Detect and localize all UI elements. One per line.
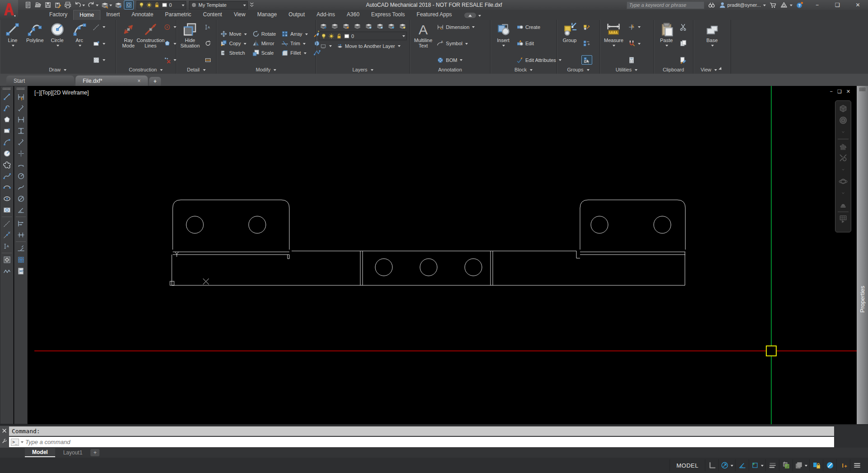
layer-dropdown-caret[interactable] xyxy=(402,35,405,38)
grid-display-toggle[interactable] xyxy=(705,459,718,471)
group-button[interactable]: Group xyxy=(559,21,580,66)
zoom-extents-button[interactable] xyxy=(839,152,848,164)
bom-button[interactable]: BOM xyxy=(435,55,476,65)
detail-scale-tool[interactable]: A xyxy=(1,241,13,252)
group-edit-button[interactable] xyxy=(581,22,592,32)
oblique-dimension-tool[interactable] xyxy=(15,137,27,148)
circle-button[interactable]: Circle xyxy=(47,21,68,66)
symmetric-dimension-tool[interactable] xyxy=(15,148,27,159)
circle-tool[interactable] xyxy=(1,148,13,159)
restore-button[interactable]: ❏ xyxy=(827,0,848,10)
dimension-button[interactable]: Dimension xyxy=(435,22,476,32)
layer-lock-icon[interactable] xyxy=(398,22,407,31)
move-to-another-layer-button[interactable]: Move to Another Layer xyxy=(335,41,402,51)
construction-circle-button[interactable] xyxy=(162,22,178,32)
start-tab[interactable]: Start xyxy=(6,76,74,86)
panel-label-clipboard[interactable]: Clipboard xyxy=(654,66,693,74)
layer-previous-button[interactable] xyxy=(114,0,123,9)
point-snap-button[interactable] xyxy=(627,39,642,48)
chain-dimension-tool[interactable] xyxy=(15,229,27,241)
copy-clip-button[interactable] xyxy=(678,39,688,48)
selection-cycling-toggle[interactable] xyxy=(793,459,809,471)
snap-mode-toggle[interactable] xyxy=(718,459,735,471)
ribbon-tab-featured-apps[interactable]: Featured Apps xyxy=(411,10,458,20)
drawing-canvas[interactable]: [−] [Top] [2D Wireframe] − ❏ ✕ xyxy=(28,86,857,424)
base-view-button[interactable]: Base xyxy=(702,21,722,66)
symbol-button[interactable]: A Symbol xyxy=(435,39,476,48)
insert-block-button[interactable]: Insert xyxy=(493,21,514,66)
polyline-button[interactable]: Polyline xyxy=(24,21,46,66)
panel-label-detail[interactable]: Detail xyxy=(176,66,216,74)
construction-polygon-button[interactable] xyxy=(162,39,178,48)
arc-tool[interactable] xyxy=(1,137,13,148)
make-layer-current-button[interactable] xyxy=(124,0,134,9)
a360-button[interactable] xyxy=(780,1,793,9)
ellipse-tool[interactable] xyxy=(1,193,13,204)
command-customize-icon[interactable] xyxy=(1,438,8,444)
properties-palette-tab[interactable]: Properties xyxy=(857,86,868,424)
curve-dimension-tool[interactable] xyxy=(15,182,27,193)
create-block-button[interactable]: Create xyxy=(515,22,563,32)
make-object-layer-current-button[interactable] xyxy=(319,41,333,51)
recent-commands-caret[interactable] xyxy=(21,441,24,445)
qat-customize-button[interactable] xyxy=(248,0,256,9)
match-properties-button[interactable] xyxy=(678,55,688,65)
collapse-caret[interactable] xyxy=(478,15,481,18)
undo-button[interactable] xyxy=(73,0,86,9)
id-point-button[interactable] xyxy=(627,22,642,32)
qat-layer-combobox[interactable]: 0 xyxy=(137,1,186,9)
wheel-menu-caret[interactable] xyxy=(840,126,846,138)
trim-button[interactable]: Trim xyxy=(280,39,309,48)
scale-button[interactable]: Scale xyxy=(251,48,277,58)
lineweight-toggle[interactable] xyxy=(765,459,779,471)
region-tool[interactable] xyxy=(1,204,13,216)
customization-menu-toggle[interactable] xyxy=(850,459,863,471)
new-tab-button[interactable]: + xyxy=(149,77,161,86)
arc-dimension-tool[interactable] xyxy=(15,159,27,170)
panel-label-layers[interactable]: Layers xyxy=(316,66,410,74)
panel-label-block[interactable]: Block xyxy=(491,66,557,74)
layer-combobox[interactable]: 0 xyxy=(319,32,407,40)
ribbon-tab-content[interactable]: Content xyxy=(197,10,228,20)
aligned-dimension-tool[interactable] xyxy=(15,103,27,114)
mirror-button[interactable]: Mirror xyxy=(251,39,277,48)
navigation-wheel-button[interactable] xyxy=(839,114,848,126)
quick-calculator-button[interactable] xyxy=(627,55,642,65)
toolbar-grip[interactable] xyxy=(17,88,25,90)
arc-button[interactable]: Arc xyxy=(69,21,90,66)
annotation-scale-toggle[interactable]: I xyxy=(836,459,850,471)
ellipse-arc-tool[interactable] xyxy=(1,182,13,193)
autoscale-toggle[interactable] xyxy=(823,459,836,471)
new-layout-button[interactable]: + xyxy=(90,449,99,456)
fits-list-tool[interactable] xyxy=(15,254,27,265)
cut-button[interactable] xyxy=(678,22,688,32)
horizontal-dimension-tool[interactable] xyxy=(15,114,27,125)
polar-tracking-toggle[interactable] xyxy=(735,459,749,471)
line-button[interactable]: Line xyxy=(2,21,23,66)
pan-button[interactable] xyxy=(839,140,848,152)
panel-label-construction[interactable]: Construction xyxy=(116,66,176,74)
viewport-restore-icon[interactable]: ❏ xyxy=(837,89,842,95)
file-tab-active[interactable]: File.dxf* × xyxy=(75,76,148,86)
ribbon-tab-insert[interactable]: Insert xyxy=(100,10,126,20)
plot-button[interactable] xyxy=(63,0,72,9)
power-dimension-tool[interactable] xyxy=(15,91,27,103)
save-button[interactable] xyxy=(43,0,52,9)
command-input[interactable] xyxy=(25,439,834,445)
annotation-visibility-toggle[interactable] xyxy=(809,459,823,471)
baseline-dimension-tool[interactable] xyxy=(15,218,27,229)
ribbon-tab-home[interactable]: Home xyxy=(73,10,100,20)
orbit-menu-caret[interactable] xyxy=(840,187,846,199)
search-button[interactable] xyxy=(708,1,715,9)
ribbon-tab-add-ins[interactable]: Add-ins xyxy=(311,10,341,20)
minimize-button[interactable]: − xyxy=(807,0,827,10)
rectangle-button[interactable] xyxy=(91,39,107,48)
panel-launcher-icon[interactable] xyxy=(719,67,724,72)
viewcube-button[interactable] xyxy=(839,103,848,114)
construction-lines-button[interactable]: ConstructionLines xyxy=(140,21,161,66)
rotate-button[interactable]: Rotate xyxy=(251,29,277,39)
object-snap-toggle[interactable] xyxy=(749,459,765,471)
layer-isolate-icon[interactable] xyxy=(330,22,339,31)
section-button[interactable] xyxy=(203,55,213,65)
ribbon-tab-express-tools[interactable]: Express Tools xyxy=(365,10,410,20)
